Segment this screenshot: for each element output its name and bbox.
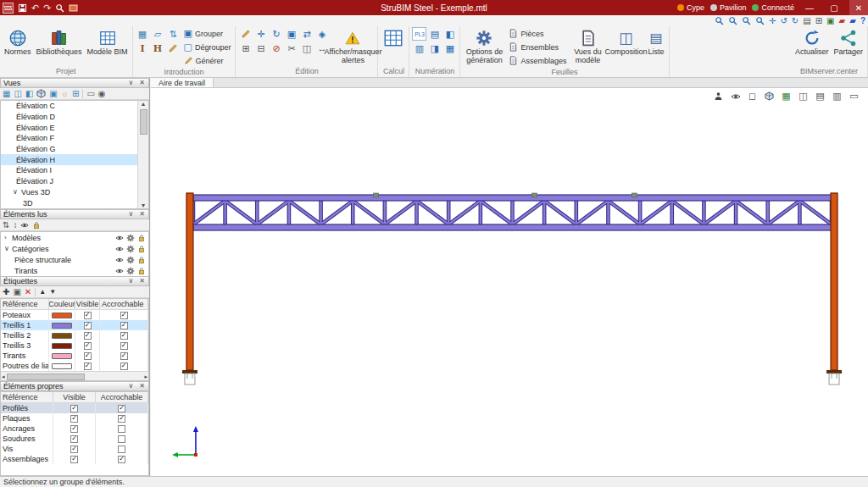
sort-icon[interactable]: ⇅ — [3, 221, 9, 230]
expand-icon[interactable]: › — [4, 234, 12, 241]
pieces-button[interactable]: Pièces — [507, 27, 568, 40]
table-row-tirants[interactable]: Tirants — [1, 351, 148, 361]
undo-icon[interactable]: ↶ — [31, 2, 39, 14]
view-item-3d[interactable]: 3D — [1, 197, 148, 208]
scroll-thumb[interactable] — [7, 374, 85, 380]
options-generation-button[interactable]: Options de génération — [463, 27, 505, 65]
table-row-vis[interactable]: Vis — [1, 444, 148, 454]
delete-icon[interactable]: ✕ — [25, 288, 31, 296]
visible-checkbox[interactable] — [84, 332, 92, 340]
edit-icon[interactable] — [238, 27, 253, 41]
connection-badge[interactable]: Connecté — [752, 3, 794, 12]
person-icon[interactable] — [713, 91, 724, 102]
redraw-icon[interactable]: ↻ — [792, 17, 798, 25]
accrochable-checkbox[interactable] — [118, 435, 125, 443]
tree-item-tirants[interactable]: Tirants — [1, 265, 148, 276]
account-badge[interactable]: Cype — [677, 3, 704, 12]
table-row-assemblages[interactable]: Assemblages — [1, 454, 148, 464]
eye-icon[interactable] — [730, 91, 741, 102]
num-plaques-icon[interactable]: ▤ — [427, 27, 442, 41]
extend-icon[interactable]: ⊞ — [238, 42, 253, 55]
capture-icon[interactable]: ◉ — [98, 90, 106, 98]
table-row-poteaux[interactable]: Poteaux — [1, 310, 148, 320]
trim-icon[interactable]: ⊟ — [253, 42, 268, 55]
visible-checkbox[interactable] — [70, 456, 78, 463]
scroll-thumb[interactable] — [140, 109, 147, 135]
view-item[interactable]: Élévation G — [1, 144, 148, 155]
select-box-icon[interactable]: ◻ — [747, 91, 758, 102]
copy-icon[interactable]: ▣ — [284, 27, 298, 41]
scroll-left-icon[interactable]: ◂ — [2, 374, 5, 380]
panel-collapse-icon[interactable]: ∨ — [127, 278, 135, 285]
visibility-icon[interactable] — [115, 234, 124, 242]
add-icon[interactable]: ✚ — [3, 288, 9, 296]
accrochable-checkbox[interactable] — [120, 362, 128, 370]
work-plane-icon[interactable]: ▱ — [151, 27, 165, 41]
num-pl3-button[interactable]: PL3 — [412, 27, 426, 41]
lock-icon[interactable] — [137, 234, 146, 242]
rotate-icon[interactable]: ↻ — [269, 27, 283, 41]
visible-checkbox[interactable] — [70, 445, 78, 453]
panel-close-icon[interactable]: ✕ — [138, 80, 146, 86]
move-icon[interactable]: ✛ — [253, 27, 268, 41]
color-swatch[interactable] — [52, 353, 72, 359]
generer-button[interactable]: Générer — [182, 54, 233, 67]
table-view-icon[interactable]: ⊞ — [815, 17, 822, 25]
accrochable-checkbox[interactable] — [118, 445, 125, 453]
help-icon[interactable]: ? — [860, 17, 865, 25]
redo-icon[interactable]: ↷ — [43, 2, 51, 14]
zoom-window-icon[interactable] — [715, 16, 724, 25]
elevation-view-icon[interactable]: ◫ — [14, 90, 21, 98]
window-icon[interactable]: ◫ — [798, 91, 809, 102]
settings-icon[interactable] — [126, 245, 135, 253]
accrochable-checkbox[interactable] — [120, 322, 128, 329]
table-row-treillis2[interactable]: Treillis 2 — [1, 330, 148, 340]
lock-all-icon[interactable] — [32, 221, 41, 230]
table-row-soudures[interactable]: Soudures — [1, 434, 148, 444]
accrochable-checkbox[interactable] — [120, 312, 128, 319]
num-ensembles-icon[interactable]: ▥ — [412, 42, 426, 55]
calcul-button[interactable] — [381, 27, 406, 48]
visible-checkbox[interactable] — [70, 425, 78, 433]
partager-button[interactable]: Partager — [832, 27, 865, 57]
report-red-icon[interactable]: ▰ — [838, 17, 845, 25]
alertes-button[interactable]: Afficher/masquer alertes — [331, 27, 375, 65]
grid-lines-icon[interactable]: ▦ — [136, 27, 150, 41]
num-options-icon[interactable]: ▦ — [442, 42, 457, 55]
scroll-down-icon[interactable]: ▼ — [141, 202, 147, 208]
tree-item-piece-structurale[interactable]: Pièce structurale — [1, 254, 148, 265]
ensembles-button[interactable]: Ensembles — [507, 41, 568, 53]
panel-close-icon[interactable]: ✕ — [138, 211, 146, 218]
etiquettes-hscrollbar[interactable]: ◂ ▸ — [1, 371, 148, 381]
tree-item-modeles[interactable]: › Modèles — [1, 232, 148, 243]
axes-icon[interactable]: ⇅ — [166, 27, 181, 41]
beam-profile-icon[interactable]: I — [136, 42, 150, 55]
previous-view-icon[interactable]: ↺ — [780, 17, 787, 25]
table-row-treillis3[interactable]: Treillis 3 — [1, 340, 148, 351]
scale-icon[interactable]: ◈ — [314, 27, 329, 41]
liste-button[interactable]: ▤ Liste — [647, 27, 666, 57]
sheets-icon[interactable]: ▤ — [815, 91, 826, 102]
search-icon[interactable] — [55, 2, 64, 14]
tree-item-categories[interactable]: ∨ Catégories — [1, 243, 148, 254]
elevation-drawing[interactable] — [151, 88, 868, 476]
grouper-button[interactable]: ▣Grouper — [182, 27, 233, 40]
color-swatch[interactable] — [52, 323, 72, 329]
table-row-ancrages[interactable]: Ancrages — [1, 423, 148, 434]
sketch-icon[interactable] — [166, 42, 181, 55]
camera-icon[interactable]: ▣ — [49, 90, 57, 98]
mirror-icon[interactable]: ⇄ — [299, 27, 314, 41]
print-icon[interactable]: ▤ — [803, 17, 810, 25]
panel-collapse-icon[interactable]: ∨ — [127, 211, 135, 218]
array-icon[interactable]: ◫ — [299, 42, 314, 55]
table-row-plaques[interactable]: Plaques — [1, 413, 148, 423]
lock-icon[interactable] — [137, 267, 146, 275]
cut-icon[interactable]: ✂ — [284, 42, 298, 55]
color-swatch[interactable] — [52, 333, 72, 339]
settings-icon[interactable] — [126, 234, 135, 242]
bibliotheques-button[interactable]: Bibliothèques — [35, 27, 84, 57]
column-profile-icon[interactable]: H — [151, 42, 165, 55]
collapse-icon[interactable]: ∨ — [4, 245, 12, 252]
visibility-icon[interactable] — [115, 256, 124, 264]
cube-icon[interactable] — [764, 91, 775, 102]
